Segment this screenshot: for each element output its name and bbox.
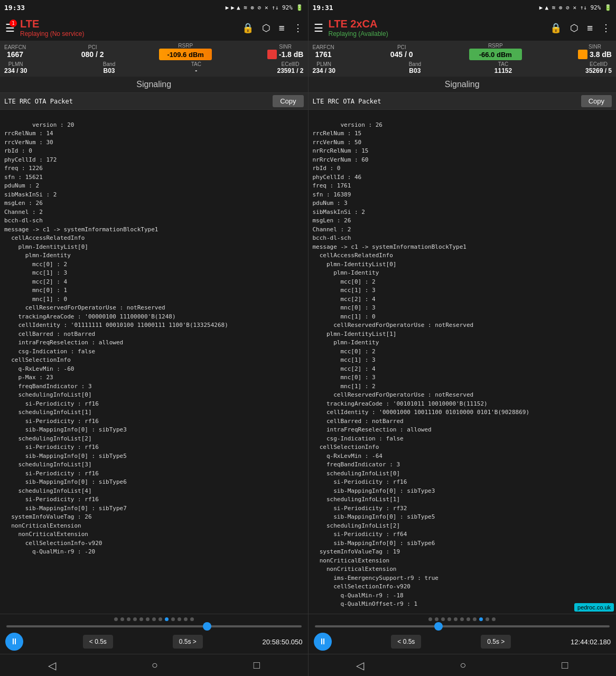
dot-right-5[interactable] <box>460 617 464 621</box>
ecellid-value-right: 35269 / 5 <box>585 67 612 74</box>
sinr-indicator-right <box>578 50 587 59</box>
dot-right-9[interactable] <box>486 617 489 621</box>
rsrp-metric-right: RSRP -66.0 dBm <box>469 43 522 60</box>
sinr-metric-left: SINR -1.8 dB <box>267 44 304 59</box>
slider-row-right[interactable] <box>309 623 617 630</box>
more-icon-left[interactable]: ⋮ <box>293 22 303 33</box>
header-icons-left: 🔒 ⬡ ≡ ⋮ <box>242 22 303 33</box>
dot-right-7[interactable] <box>473 617 477 621</box>
youtube-icon: ▶ <box>231 4 235 11</box>
right-header-left: ☰ LTE 2xCA Replaying (Available) <box>314 18 388 37</box>
dot-right-6[interactable] <box>466 617 470 621</box>
dot-right-1[interactable] <box>435 617 438 621</box>
filter-icon-left[interactable]: ≡ <box>279 22 285 33</box>
earfcn-value-left: 1667 <box>7 50 23 59</box>
packet-title-right: LTE RRC OTA Packet <box>313 98 381 105</box>
signaling-area-right[interactable]: LTE RRC OTA Packet Copy version : 26 rrc… <box>309 93 617 614</box>
home-nav-left[interactable]: ○ <box>141 655 169 675</box>
dot-right-10[interactable] <box>492 617 496 621</box>
pci-metric-right: PCI 045 / 0 <box>390 44 413 59</box>
earfcn-label-left: EARFCN <box>4 44 26 50</box>
dot-right-2[interactable] <box>441 617 445 621</box>
app-subtitle-left: Replaying (No service) <box>20 30 84 37</box>
tac-value-right: 11152 <box>494 67 512 74</box>
back-button-left[interactable]: < 0.5s <box>83 635 113 649</box>
rsrp-label-right: RSRP <box>488 43 503 49</box>
status-bar-left: 19:33 ▶ ▶ ▲ ≋ ⊗ ⊘ ✕ ↑↓ 92% 🔋 <box>0 0 309 15</box>
rsrp-bar-left: -109.6 dBm <box>159 49 212 60</box>
menu-button[interactable]: ☰ 1 <box>5 22 15 34</box>
lock-icon-left[interactable]: 🔒 <box>242 22 254 33</box>
bottom-panel-right: ⏸ < 0.5s 0.5s > 12:44:02.180 <box>309 614 617 654</box>
earfcn-value-right: 1761 <box>315 50 331 59</box>
dot-left-5[interactable] <box>146 617 150 621</box>
earfcn-metric-left: EARFCN 1667 <box>4 44 26 59</box>
dot-left-1[interactable] <box>120 617 124 621</box>
dot-left-0[interactable] <box>114 617 118 621</box>
sinr-label-right: SINR <box>589 44 601 50</box>
filter-icon-right[interactable]: ≡ <box>587 22 593 33</box>
plmn-label-right: PLMN <box>316 61 331 67</box>
plmn-metric-right: PLMN 234 / 30 <box>313 61 335 74</box>
sinr-block-right: 3.8 dB <box>578 50 612 59</box>
time-display-left: 20:58:50.050 <box>263 638 303 646</box>
back-nav-left[interactable]: ◁ <box>38 655 67 676</box>
dot-left-7[interactable] <box>158 617 162 621</box>
dot-right-8[interactable] <box>479 617 483 621</box>
dot-left-6[interactable] <box>152 617 156 621</box>
dot-left-10[interactable] <box>178 617 181 621</box>
dot-right-0[interactable] <box>428 617 432 621</box>
metrics-row1-left: EARFCN 1667 PCI 080 / 2 RSRP -109.6 dBm … <box>4 43 304 60</box>
dot-left-3[interactable] <box>133 617 137 621</box>
play-pause-button-left[interactable]: ⏸ <box>5 633 23 651</box>
back-button-right[interactable]: < 0.5s <box>391 635 421 649</box>
fwd-button-right[interactable]: 0.5s > <box>481 635 511 649</box>
play-pause-button-right[interactable]: ⏸ <box>314 633 332 651</box>
slider-thumb-right[interactable] <box>434 622 443 631</box>
lock-icon-right[interactable]: 🔒 <box>550 22 562 33</box>
signaling-title-left: Signaling <box>0 77 308 93</box>
slider-track-left[interactable] <box>6 625 302 627</box>
notification-icon-r: ▶ <box>539 4 543 11</box>
signaling-area-left[interactable]: LTE RRC OTA Packet Copy version : 20 rrc… <box>0 93 308 614</box>
export-icon-right[interactable]: ⬡ <box>570 22 578 33</box>
dot-left-4[interactable] <box>139 617 143 621</box>
band-value-right: B03 <box>409 67 421 74</box>
dot-right-4[interactable] <box>454 617 458 621</box>
copy-button-left[interactable]: Copy <box>273 95 303 107</box>
menu-button-right[interactable]: ☰ <box>314 22 323 34</box>
recent-nav-left[interactable]: □ <box>243 655 270 675</box>
recent-nav-right[interactable]: □ <box>551 655 578 675</box>
dot-left-2[interactable] <box>127 617 130 621</box>
earfcn-label-right: EARFCN <box>313 44 334 50</box>
packet-title-left: LTE RRC OTA Packet <box>4 98 73 105</box>
ecellid-value-left: 23591 / 2 <box>277 67 303 74</box>
fwd-button-left[interactable]: 0.5s > <box>173 635 203 649</box>
home-nav-right[interactable]: ○ <box>449 655 477 675</box>
slider-track-right[interactable] <box>315 625 610 627</box>
export-icon-left[interactable]: ⬡ <box>262 22 270 33</box>
tac-metric-right: TAC 11152 <box>494 61 512 74</box>
back-nav-right[interactable]: ◁ <box>346 655 375 676</box>
right-panel: ☰ LTE 2xCA Replaying (Available) 🔒 ⬡ ≡ ⋮… <box>309 15 617 614</box>
copy-button-right[interactable]: Copy <box>581 95 612 107</box>
dot-left-8[interactable] <box>165 617 169 621</box>
bottom-bar: ⏸ < 0.5s 0.5s > 20:58:50.050 ⏸ < 0.5s 0.… <box>0 614 616 654</box>
app-subtitle-right: Replaying (Available) <box>329 30 388 37</box>
dot-left-11[interactable] <box>184 617 188 621</box>
status-bar-right: 19:31 ▶ ▲ ≋ ⊗ ⊘ ✕ ↑↓ 92% 🔋 <box>309 0 617 15</box>
dot-left-12[interactable] <box>190 617 194 621</box>
watermark: pedroc.co.uk <box>574 603 614 612</box>
signal-icons: ▲ ≋ ⊗ ⊘ ✕ ↑↓ 92% 🔋 <box>237 4 304 11</box>
metrics-row2-left: PLMN 234 / 30 Band B03 TAC - ECellID 235… <box>4 61 304 74</box>
sinr-metric-right: SINR 3.8 dB <box>578 44 612 59</box>
dot-left-9[interactable] <box>171 617 175 621</box>
slider-row-left[interactable] <box>0 623 308 630</box>
slider-thumb-left[interactable] <box>203 622 211 631</box>
dot-right-3[interactable] <box>447 617 451 621</box>
pci-value-left: 080 / 2 <box>81 50 104 59</box>
progress-dots-left <box>0 614 308 623</box>
more-icon-right[interactable]: ⋮ <box>601 22 611 33</box>
notification-icon: ▶ <box>226 4 229 11</box>
left-panel: ☰ 1 LTE Replaying (No service) 🔒 ⬡ ≡ ⋮ E… <box>0 15 309 614</box>
